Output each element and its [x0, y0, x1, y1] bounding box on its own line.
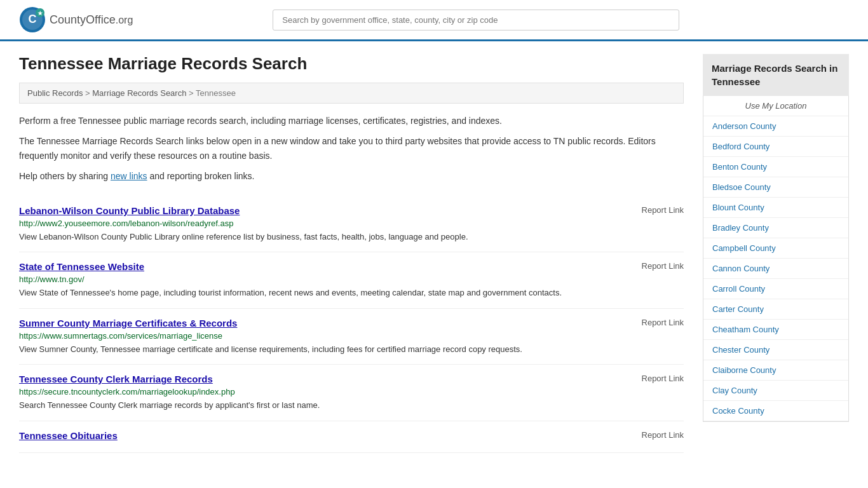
county-link[interactable]: Campbell County	[712, 243, 776, 253]
county-link[interactable]: Chester County	[712, 345, 770, 355]
record-header: Lebanon-Wilson County Public Library Dat…	[19, 205, 684, 216]
county-link[interactable]: Carroll County	[712, 284, 765, 294]
sidebar-item[interactable]: Carter County	[703, 299, 848, 320]
county-link[interactable]: Clay County	[712, 386, 757, 395]
use-location-link[interactable]: Use My Location	[745, 101, 807, 111]
sidebar-header: Marriage Records Search in Tennessee	[703, 54, 849, 96]
county-link[interactable]: Anderson County	[712, 121, 776, 131]
logo-icon: C ★	[19, 6, 46, 33]
sidebar-item[interactable]: Campbell County	[703, 238, 848, 259]
new-links-link[interactable]: new links	[111, 171, 147, 181]
logo[interactable]: C ★ CountyOffice.org	[19, 6, 133, 33]
sidebar-item[interactable]: Bedford County	[703, 137, 848, 157]
breadcrumb: Public Records > Marriage Records Search…	[19, 83, 684, 104]
sidebar-item[interactable]: Clay County	[703, 381, 848, 401]
site-header: C ★ CountyOffice.org	[0, 0, 868, 41]
record-title[interactable]: Tennessee County Clerk Marriage Records	[19, 374, 213, 384]
svg-text:C: C	[29, 13, 37, 25]
help-suffix: and reporting broken links.	[147, 171, 255, 181]
record-desc: View State of Tennessee's home page, inc…	[19, 287, 684, 299]
report-link[interactable]: Report Link	[642, 374, 684, 383]
record-url[interactable]: https://secure.tncountyclerk.com/marriag…	[19, 387, 684, 396]
sidebar-item[interactable]: Bledsoe County	[703, 177, 848, 198]
record-url[interactable]: https://www.sumnertags.com/services/marr…	[19, 331, 684, 341]
county-link[interactable]: Carter County	[712, 304, 764, 314]
county-link[interactable]: Cocke County	[712, 406, 764, 416]
county-link[interactable]: Claiborne County	[712, 365, 776, 375]
county-link[interactable]: Cannon County	[712, 264, 770, 273]
sidebar-item[interactable]: Bradley County	[703, 218, 848, 238]
svg-text:★: ★	[37, 10, 43, 17]
sidebar-item[interactable]: Carroll County	[703, 279, 848, 299]
record-desc: View Sumner County, Tennessee marriage c…	[19, 343, 684, 356]
county-link[interactable]: Benton County	[712, 162, 767, 172]
record-title[interactable]: Sumner County Marriage Certificates & Re…	[19, 318, 237, 329]
sidebar-item[interactable]: Cocke County	[703, 401, 848, 421]
report-link[interactable]: Report Link	[642, 318, 684, 327]
intro-text-2: The Tennessee Marriage Records Search li…	[19, 134, 684, 163]
page-title: Tennessee Marriage Records Search	[19, 54, 684, 74]
breadcrumb-tennessee: Tennessee	[196, 88, 236, 98]
logo-text: CountyOffice.org	[50, 13, 133, 27]
report-link[interactable]: Report Link	[642, 430, 684, 440]
sidebar-item[interactable]: Anderson County	[703, 116, 848, 137]
search-input[interactable]	[273, 10, 679, 30]
sidebar-item[interactable]: Blount County	[703, 198, 848, 218]
record-desc: Search Tennessee County Clerk marriage r…	[19, 399, 684, 412]
record-item: Tennessee Obituaries Report Link	[19, 421, 684, 453]
county-link[interactable]: Bledsoe County	[712, 182, 771, 192]
record-title[interactable]: Lebanon-Wilson County Public Library Dat…	[19, 205, 240, 216]
record-title[interactable]: State of Tennessee Website	[19, 261, 144, 272]
record-title[interactable]: Tennessee Obituaries	[19, 430, 118, 441]
report-link[interactable]: Report Link	[642, 261, 684, 271]
record-header: Tennessee County Clerk Marriage Records …	[19, 374, 684, 384]
sidebar-item[interactable]: Cheatham County	[703, 320, 848, 340]
record-header: Sumner County Marriage Certificates & Re…	[19, 318, 684, 329]
logo-suffix: .org	[116, 15, 133, 25]
county-link[interactable]: Cheatham County	[712, 325, 779, 334]
record-item: State of Tennessee Website Report Link h…	[19, 252, 684, 309]
county-link[interactable]: Bedford County	[712, 142, 770, 151]
records-list: Lebanon-Wilson County Public Library Dat…	[19, 196, 684, 453]
sidebar-item[interactable]: Cannon County	[703, 259, 848, 279]
help-text: Help others by sharing new links and rep…	[19, 169, 684, 183]
page-layout: Tennessee Marriage Records Search Public…	[0, 41, 868, 466]
main-content: Tennessee Marriage Records Search Public…	[19, 54, 684, 453]
record-header: Tennessee Obituaries Report Link	[19, 430, 684, 441]
help-prefix: Help others by sharing	[19, 171, 111, 181]
sidebar-item[interactable]: Claiborne County	[703, 360, 848, 381]
record-item: Sumner County Marriage Certificates & Re…	[19, 309, 684, 365]
record-item: Tennessee County Clerk Marriage Records …	[19, 365, 684, 421]
report-link[interactable]: Report Link	[642, 205, 684, 215]
county-link[interactable]: Bradley County	[712, 223, 769, 233]
record-url[interactable]: http://www.tn.gov/	[19, 274, 684, 284]
county-link[interactable]: Blount County	[712, 203, 764, 212]
record-item: Lebanon-Wilson County Public Library Dat…	[19, 196, 684, 253]
sidebar-item[interactable]: Benton County	[703, 157, 848, 177]
sidebar: Marriage Records Search in Tennessee Use…	[703, 54, 849, 453]
breadcrumb-marriage-records[interactable]: Marriage Records Search	[92, 88, 186, 98]
breadcrumb-public-records[interactable]: Public Records	[27, 88, 83, 98]
record-desc: View Lebanon-Wilson County Public Librar…	[19, 231, 684, 243]
logo-name: CountyOffice	[50, 13, 116, 26]
sidebar-use-location[interactable]: Use My Location	[703, 96, 848, 116]
search-bar	[273, 10, 679, 30]
record-url[interactable]: http://www2.youseemore.com/lebanon-wilso…	[19, 219, 684, 228]
sidebar-county-list: Use My Location Anderson CountyBedford C…	[703, 96, 849, 422]
sidebar-item[interactable]: Chester County	[703, 340, 848, 360]
record-header: State of Tennessee Website Report Link	[19, 261, 684, 272]
intro-text-1: Perform a free Tennessee public marriage…	[19, 114, 684, 128]
